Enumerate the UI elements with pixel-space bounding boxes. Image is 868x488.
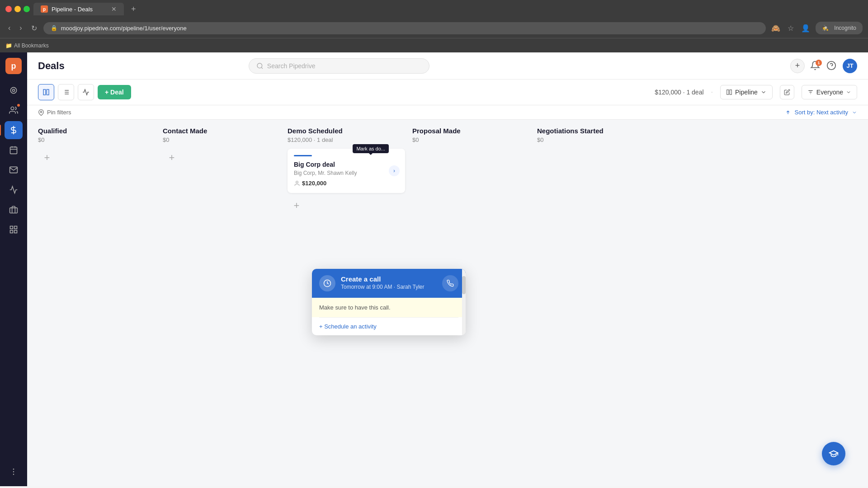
back-button[interactable]: ‹ <box>5 22 13 34</box>
notification-badge: 1 <box>816 60 822 66</box>
sidebar-item-activities[interactable] <box>5 141 23 159</box>
svg-rect-20 <box>43 89 46 95</box>
chevron-down-sort-icon <box>852 110 857 115</box>
forward-button[interactable]: › <box>17 22 24 34</box>
close-button[interactable] <box>5 6 12 12</box>
popup-schedule-button[interactable]: + Schedule an activity <box>312 318 466 335</box>
profile-icon[interactable]: 👤 <box>799 22 812 34</box>
sidebar-item-deals[interactable] <box>5 121 23 139</box>
sidebar-item-reports[interactable] <box>5 181 23 199</box>
sort-button[interactable]: Sort by: Next activity <box>785 109 857 116</box>
topbar: Deals Search Pipedrive + 1 JT <box>27 52 868 80</box>
person-icon <box>294 180 300 187</box>
browser-nav: ‹ › ↻ 🔒 moodjoy.pipedrive.com/pipeline/1… <box>0 18 868 38</box>
popup-scrollbar[interactable] <box>462 269 466 335</box>
add-card-demo-scheduled[interactable]: + <box>288 197 306 215</box>
toolbar-right: $120,000 · 1 deal · Pipeline Everyone <box>655 85 857 99</box>
sort-label: Sort by: Next activity <box>795 109 848 116</box>
kanban-view-button[interactable] <box>38 84 54 100</box>
svg-point-1 <box>13 89 15 92</box>
kanban-board: Qualified $0 + Contact Made $0 + <box>27 120 868 486</box>
sidebar-item-integrations[interactable] <box>5 221 23 239</box>
help-fab[interactable] <box>822 442 845 465</box>
add-card-qualified[interactable]: + <box>38 149 56 167</box>
svg-rect-12 <box>10 230 13 233</box>
svg-line-17 <box>261 67 263 69</box>
filter-bar: Pin filters Sort by: Next activity <box>27 105 868 120</box>
popup-subtitle: Tomorrow at 9:00 AM · Sarah Tyler <box>341 284 425 290</box>
pipeline-icon <box>726 89 732 95</box>
contact-made-cards: + <box>163 149 280 479</box>
column-amount-qualified: $0 <box>38 136 156 143</box>
column-amount-negotiations-started: $0 <box>537 136 655 143</box>
incognito-label: Incognito <box>832 23 858 33</box>
lock-icon: 🔒 <box>51 25 57 31</box>
browser-titlebar: p Pipeline - Deals ✕ + <box>0 0 868 18</box>
new-tab-button[interactable]: + <box>127 4 140 15</box>
help-button[interactable] <box>826 61 837 71</box>
browser-tab[interactable]: p Pipeline - Deals ✕ <box>33 3 124 15</box>
maximize-button[interactable] <box>24 6 30 12</box>
column-title-qualified: Qualified <box>38 127 156 135</box>
svg-rect-10 <box>14 226 17 229</box>
popup-note: Make sure to have this call. <box>312 298 466 317</box>
kanban-column-qualified: Qualified $0 + <box>38 127 156 479</box>
sidebar: p <box>0 52 27 486</box>
card-title: Big Corp deal <box>294 161 399 168</box>
popup-activity-row: Create a call Tomorrow at 9:00 AM · Sara… <box>312 269 466 298</box>
url-bar[interactable]: 🔒 moodjoy.pipedrive.com/pipeline/1/user/… <box>43 22 766 34</box>
list-view-button[interactable] <box>58 84 74 100</box>
incognito-icon: 🕵 <box>820 23 830 33</box>
pipeline-label: Pipeline <box>735 89 758 96</box>
everyone-button[interactable]: Everyone <box>802 85 857 99</box>
tab-favicon: p <box>41 5 48 13</box>
popup-scroll-thumb <box>462 276 466 294</box>
search-bar[interactable]: Search Pipedrive <box>249 58 429 74</box>
deal-summary: $120,000 · 1 deal <box>655 89 703 96</box>
column-header-qualified: Qualified $0 <box>38 127 156 149</box>
reload-button[interactable]: ↻ <box>28 22 40 34</box>
pipeline-button[interactable]: Pipeline <box>720 85 773 99</box>
bookmarks-folder[interactable]: 📁 All Bookmarks <box>5 42 49 49</box>
search-placeholder: Search Pipedrive <box>267 62 316 70</box>
minimize-button[interactable] <box>14 6 21 12</box>
incognito-badge: 🕵 Incognito <box>816 22 863 34</box>
sidebar-item-mail[interactable] <box>5 161 23 179</box>
add-deal-button[interactable]: + Deal <box>98 85 131 99</box>
page-title: Deals <box>38 60 65 72</box>
deal-card-big-corp[interactable]: Mark as do... Big Corp deal Big Corp, Mr… <box>288 149 405 193</box>
user-avatar[interactable]: JT <box>843 59 857 73</box>
sidebar-item-contacts[interactable] <box>5 101 23 119</box>
sidebar-item-more[interactable] <box>5 463 23 481</box>
tab-close-icon[interactable]: ✕ <box>111 5 117 13</box>
pin-filters-button[interactable]: Pin filters <box>38 109 71 116</box>
popup-phone-icon[interactable] <box>442 275 458 291</box>
card-arrow[interactable]: › <box>389 165 400 176</box>
sidebar-logo[interactable]: p <box>5 58 22 74</box>
popup-text: Create a call Tomorrow at 9:00 AM · Sara… <box>341 275 425 290</box>
add-button[interactable]: + <box>790 59 805 73</box>
add-card-contact-made[interactable]: + <box>163 149 181 167</box>
svg-point-14 <box>13 471 14 473</box>
notifications-button[interactable]: 1 <box>810 61 821 71</box>
card-org: Big Corp, Mr. Shawn Kelly <box>294 170 399 176</box>
activity-clock-icon <box>319 275 335 291</box>
svg-point-0 <box>10 87 16 93</box>
mark-as-done-tooltip: Mark as do... <box>353 144 389 153</box>
kanban-column-negotiations-started: Negotiations Started $0 <box>537 127 655 479</box>
sidebar-item-products[interactable] <box>5 201 23 219</box>
sort-icon <box>785 109 791 116</box>
star-icon[interactable]: ☆ <box>786 22 796 34</box>
graduation-cap-icon <box>829 449 839 459</box>
column-title-demo-scheduled: Demo Scheduled <box>288 127 405 135</box>
bookmarks-bar: 📁 All Bookmarks <box>0 38 868 52</box>
eye-off-icon: 🙈 <box>769 22 782 34</box>
svg-rect-4 <box>10 147 17 154</box>
sidebar-item-home[interactable] <box>5 81 23 99</box>
url-text: moodjoy.pipedrive.com/pipeline/1/user/ev… <box>61 25 187 32</box>
column-title-proposal-made: Proposal Made <box>412 127 530 135</box>
edit-pipeline-button[interactable] <box>780 85 794 99</box>
forecast-view-button[interactable] <box>78 84 94 100</box>
qualified-cards: + <box>38 149 156 479</box>
svg-rect-21 <box>47 89 49 95</box>
